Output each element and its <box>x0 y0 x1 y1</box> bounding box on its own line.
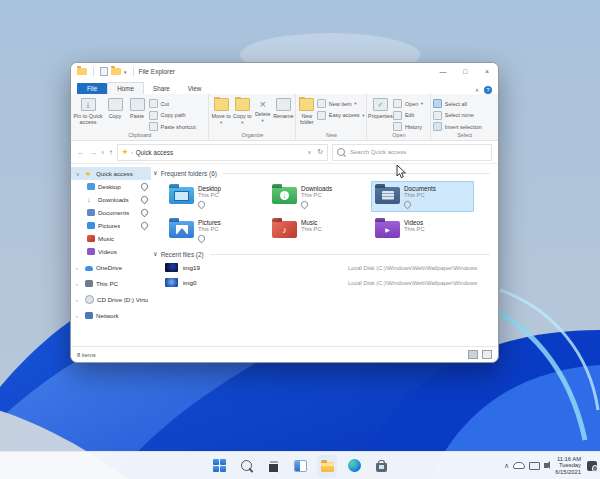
file-explorer-taskbar-button[interactable] <box>317 455 337 477</box>
sidebar-item-label: Music <box>98 235 114 242</box>
breadcrumb-bar[interactable]: ★ › Quick access ∨ ↻ <box>117 144 328 161</box>
tile-name: Desktop <box>198 185 221 192</box>
frequent-folders-header[interactable]: ∨ Frequent folders (6) <box>153 169 490 177</box>
collapse-ribbon-icon[interactable]: ∧ <box>475 87 479 93</box>
select-all-button[interactable]: Select all <box>433 99 482 108</box>
folder-tile-documents[interactable]: Documents This PC <box>371 181 474 212</box>
details-view-icon[interactable] <box>468 350 478 359</box>
sidebar-item-pictures[interactable]: Pictures <box>71 219 151 232</box>
windows-logo-icon <box>213 459 226 472</box>
open-button[interactable]: Open ▾ <box>393 99 423 108</box>
recent-file-row[interactable]: img0 Local Disk (C:)\Windows\Web\Wallpap… <box>165 275 490 290</box>
volume-tray-icon[interactable] <box>544 463 548 468</box>
button-label: Delete <box>255 111 271 117</box>
tab-view[interactable]: View <box>179 83 211 95</box>
maximize-button[interactable]: □ <box>454 63 476 80</box>
customize-toolbar-icon[interactable]: ▾ <box>124 69 127 75</box>
search-input[interactable] <box>348 148 487 156</box>
search-box[interactable] <box>332 144 492 161</box>
rename-button[interactable]: Rename <box>273 96 293 119</box>
minimize-button[interactable]: — <box>432 63 454 80</box>
new-item-button[interactable]: New item ▾ <box>317 99 364 108</box>
history-button[interactable]: History <box>393 122 423 131</box>
back-button[interactable]: ← <box>77 148 85 157</box>
pin-to-quick-access-button[interactable]: ⤓ Pin to Quick access <box>73 96 103 125</box>
chevron-right-icon[interactable]: › <box>76 265 82 271</box>
select-none-button[interactable]: Select none <box>433 111 482 120</box>
chevron-right-icon[interactable]: › <box>76 281 82 287</box>
select-none-icon <box>433 111 442 120</box>
folder-tile-downloads[interactable]: ↓ Downloads This PC <box>268 181 371 212</box>
sidebar-item-onedrive[interactable]: › OneDrive <box>71 261 151 274</box>
recent-locations-icon[interactable]: ∨ <box>101 149 105 155</box>
forward-button[interactable]: → <box>89 148 97 157</box>
network-tray-icon[interactable] <box>529 462 540 470</box>
chevron-right-icon[interactable]: › <box>76 297 82 303</box>
sidebar-item-this-pc[interactable]: › This PC <box>71 277 151 290</box>
edit-button[interactable]: Edit <box>393 111 423 120</box>
properties-button[interactable]: ✓ Properties <box>369 96 391 119</box>
paste-shortcut-button[interactable]: Paste shortcut <box>149 122 196 131</box>
refresh-icon[interactable]: ↻ <box>317 148 323 156</box>
breadcrumb[interactable]: Quick access <box>136 149 173 156</box>
large-icons-view-icon[interactable] <box>482 350 492 359</box>
chevron-down-icon[interactable]: ∨ <box>76 171 82 177</box>
sidebar-item-cd-drive[interactable]: › CD Drive (D:) Virtual <box>71 293 151 306</box>
edge-taskbar-button[interactable] <box>344 455 364 477</box>
sidebar-item-quick-access[interactable]: ∨ ★ Quick access <box>71 167 151 180</box>
sidebar-item-desktop[interactable]: Desktop <box>71 180 151 193</box>
invert-selection-button[interactable]: Invert selection <box>433 122 482 131</box>
chevron-down-icon[interactable]: ∨ <box>153 169 158 177</box>
start-button[interactable] <box>209 455 229 477</box>
sidebar-item-music[interactable]: Music <box>71 232 151 245</box>
paste-icon <box>130 98 145 111</box>
file-explorer-icon <box>321 462 334 472</box>
copy-path-button[interactable]: Copy path <box>149 111 196 120</box>
folder-tile-music[interactable]: ♪ Music This PC <box>268 215 371 246</box>
button-label: Paste <box>130 113 144 119</box>
tile-name: Music <box>301 219 322 226</box>
recent-files-header[interactable]: ∨ Recent files (2) <box>153 250 490 258</box>
new-folder-shortcut-icon[interactable] <box>111 68 121 75</box>
recent-file-row[interactable]: img19 Local Disk (C:)\Windows\Web\Wallpa… <box>165 260 490 275</box>
store-taskbar-button[interactable] <box>371 455 391 477</box>
tray-overflow-chevron-icon[interactable]: ∧ <box>504 462 509 469</box>
status-bar: 8 items <box>71 346 498 362</box>
tile-location: This PC <box>301 192 332 199</box>
tab-share[interactable]: Share <box>144 83 179 95</box>
cut-button[interactable]: Cut <box>149 99 196 108</box>
onedrive-tray-icon[interactable] <box>513 462 525 469</box>
sidebar-item-documents[interactable]: Documents <box>71 206 151 219</box>
quick-access-toolbar: ▾ <box>77 67 137 76</box>
chevron-right-icon[interactable]: › <box>76 313 82 319</box>
easy-access-button[interactable]: Easy access ▾ <box>317 111 364 120</box>
properties-shortcut-icon[interactable] <box>100 67 108 76</box>
title-bar[interactable]: ▾ File Explorer — □ × <box>71 63 498 80</box>
delete-button[interactable]: × Delete ▾ <box>254 96 271 124</box>
sidebar-item-videos[interactable]: Videos <box>71 245 151 258</box>
tab-file[interactable]: File <box>77 83 107 95</box>
up-button[interactable]: ↑ <box>109 148 113 157</box>
close-button[interactable]: × <box>476 63 498 80</box>
copy-button[interactable]: Copy <box>105 96 125 119</box>
sidebar-item-downloads[interactable]: ↓ Downloads <box>71 193 151 206</box>
documents-folder-icon <box>375 187 400 204</box>
edit-icon <box>393 111 402 120</box>
taskbar-search-button[interactable] <box>236 455 256 477</box>
copy-to-button[interactable]: Copy to ▾ <box>233 96 252 126</box>
paste-button[interactable]: Paste <box>127 96 147 119</box>
new-folder-button[interactable]: New folder <box>298 96 315 125</box>
tab-home[interactable]: Home <box>107 82 144 95</box>
notification-center-icon[interactable] <box>587 461 597 471</box>
help-icon[interactable]: ? <box>484 86 492 94</box>
taskbar-clock[interactable]: 11:16 AM Tuesday 6/15/2021 <box>555 456 581 476</box>
move-to-button[interactable]: Move to ▾ <box>211 96 230 126</box>
sidebar-item-network[interactable]: › Network <box>71 309 151 322</box>
folder-tile-pictures[interactable]: Pictures This PC <box>165 215 268 246</box>
widgets-button[interactable] <box>290 455 310 477</box>
address-dropdown-icon[interactable]: ∨ <box>307 149 311 155</box>
folder-tile-videos[interactable]: ▶ Videos This PC <box>371 215 474 246</box>
folder-tile-desktop[interactable]: Desktop This PC <box>165 181 268 212</box>
task-view-button[interactable] <box>263 455 283 477</box>
chevron-down-icon[interactable]: ∨ <box>153 250 158 258</box>
